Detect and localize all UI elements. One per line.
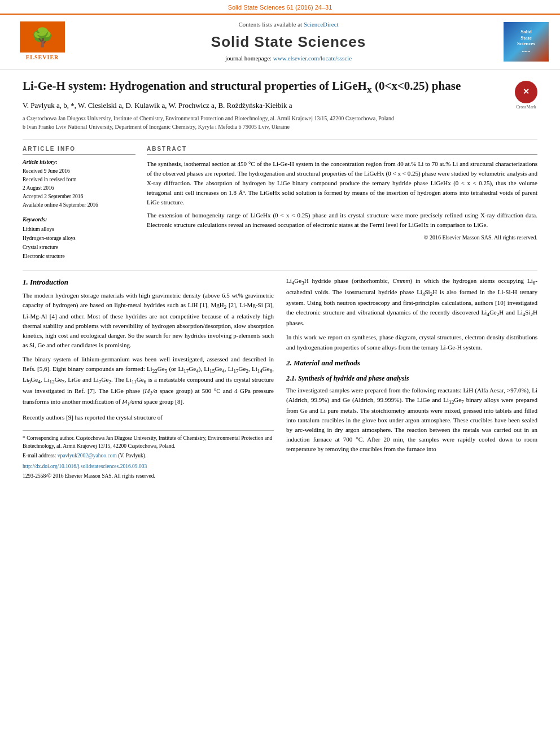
intro-paragraph-3: Recently authors [9] has reported the cr… xyxy=(23,413,274,422)
affiliation-a: a Częstochowa Jan Długosz University, In… xyxy=(23,114,537,123)
keyword-1: Lithium alloys xyxy=(23,225,135,234)
elsevier-logo: 🌳 ELSEVIER xyxy=(11,21,73,62)
available-date: Available online 4 September 2016 xyxy=(23,201,135,209)
footnote-email: E-mail address: vpavlyuk2002@yahoo.com (… xyxy=(23,452,274,460)
doi-link[interactable]: http://dx.doi.org/10.1016/j.solidstatesc… xyxy=(23,464,147,469)
homepage-link-line: journal homepage: www.elsevier.com/locat… xyxy=(73,54,504,63)
journal-logo-right: SolidStateSciences ▪▪▪▪▪▪ xyxy=(504,22,549,62)
keywords-list: Lithium alloys Hydrogen-storage alloys C… xyxy=(23,225,135,261)
content-available-text: Contents lists available at ScienceDirec… xyxy=(73,20,504,29)
body-right-col: Li4Ge3H hydride phase (orthorhombic, Cmm… xyxy=(286,276,537,480)
abstract-text: The synthesis, isothermal section at 450… xyxy=(147,159,537,242)
footnote-issn: 1293-2558/© 2016 Elsevier Masson SAS. Al… xyxy=(23,472,274,480)
section1-title: 1. Introduction xyxy=(23,277,274,287)
journal-citation: Solid State Sciences 61 (2016) 24–31 xyxy=(0,0,560,14)
elsevier-label: ELSEVIER xyxy=(26,54,59,62)
article-title: Li-Ge-H system: Hydrogenation and struct… xyxy=(23,78,537,96)
journal-title: Solid State Sciences xyxy=(73,32,504,52)
sciencedirect-link[interactable]: ScienceDirect xyxy=(304,21,339,28)
article-container: ✕ CrossMark Li-Ge-H system: Hydrogenatio… xyxy=(0,69,560,491)
abstract-paragraph-1: The synthesis, isothermal section at 450… xyxy=(147,159,537,207)
footnote-corresponding: * Corresponding author. Częstochowa Jan … xyxy=(23,434,274,451)
journal-title-block: Contents lists available at ScienceDirec… xyxy=(73,20,504,63)
affiliations-block: a Częstochowa Jan Długosz University, In… xyxy=(23,114,537,131)
copyright-line: © 2016 Elsevier Masson SAS. All rights r… xyxy=(147,233,537,242)
keywords-label: Keywords: xyxy=(23,216,135,224)
elsevier-tree-icon: 🌳 xyxy=(20,21,65,53)
body-columns: 1. Introduction The modern hydrogen stor… xyxy=(23,276,537,480)
right-continuation: Li4Ge3H hydride phase (orthorhombic, Cmm… xyxy=(286,276,537,328)
subsection-title: 2.1. Synthesis of hydride and phase anal… xyxy=(286,374,537,383)
body-left-col: 1. Introduction The modern hydrogen stor… xyxy=(23,276,274,480)
accepted-date: Accepted 2 September 2016 xyxy=(23,193,135,201)
abstract-body-divider xyxy=(23,270,537,270)
intro-paragraph-1: The modern hydrogen storage materials wi… xyxy=(23,291,274,350)
crossmark-badge: ✕ xyxy=(515,81,537,103)
abstract-paragraph-2: The extension of homogeneity range of Li… xyxy=(147,211,537,230)
affiliation-b: b Ivan Franko Lviv National University, … xyxy=(23,123,537,131)
authors-line: V. Pavlyuk a, b, *, W. Ciesielski a, D. … xyxy=(23,101,537,111)
dates-block: Received 9 June 2016 Received in revised… xyxy=(23,167,135,210)
footnote-email-link[interactable]: vpavlyuk2002@yahoo.com xyxy=(58,453,117,458)
crossmark-label: CrossMark xyxy=(515,104,537,110)
revised-label: Received in revised form xyxy=(23,176,135,184)
journal-header-band: 🌳 ELSEVIER Contents lists available at S… xyxy=(0,14,560,69)
footnotes-block: * Corresponding author. Częstochowa Jan … xyxy=(23,430,274,480)
abstract-title: ABSTRACT xyxy=(147,145,537,155)
keyword-2: Hydrogen-storage alloys xyxy=(23,234,135,243)
section2-title: 2. Material and methods xyxy=(286,358,537,368)
title-divider xyxy=(23,139,537,139)
info-abstract-block: ARTICLE INFO Article history: Received 9… xyxy=(23,145,537,261)
received-date: Received 9 June 2016 xyxy=(23,167,135,176)
right-paragraph-3: The investigated samples were prepared f… xyxy=(286,386,537,455)
article-title-block: ✕ CrossMark Li-Ge-H system: Hydrogenatio… xyxy=(23,78,537,96)
right-paragraph-2: In this work we report on syntheses, pha… xyxy=(286,333,537,352)
keyword-4: Electronic structure xyxy=(23,252,135,261)
intro-paragraph-2: The binary system of lithium-germanium w… xyxy=(23,355,274,408)
homepage-url[interactable]: www.elsevier.com/locate/ssscie xyxy=(273,55,352,62)
article-info-panel: ARTICLE INFO Article history: Received 9… xyxy=(23,145,135,261)
revised-date: 2 August 2016 xyxy=(23,184,135,193)
article-info-title: ARTICLE INFO xyxy=(23,145,135,155)
footnote-doi: http://dx.doi.org/10.1016/j.solidstatesc… xyxy=(23,462,274,470)
history-label: Article history: xyxy=(23,158,135,166)
keyword-3: Crystal structure xyxy=(23,243,135,252)
abstract-panel: ABSTRACT The synthesis, isothermal secti… xyxy=(147,145,537,261)
